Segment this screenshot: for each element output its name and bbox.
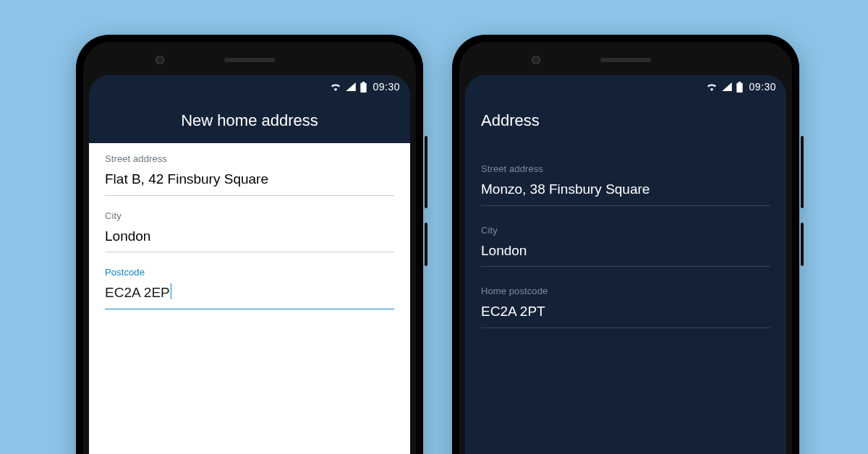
- field-label: Postcode: [105, 267, 394, 278]
- status-bar: 09:30: [465, 75, 786, 98]
- street-address-field[interactable]: Street address: [481, 163, 770, 206]
- phone-mockup-dark: 09:30 Address Street address City: [452, 35, 799, 454]
- wifi-icon: [706, 82, 718, 91]
- app-bar: Address: [465, 98, 786, 143]
- cell-signal-icon: [346, 82, 356, 91]
- battery-full-icon: [360, 82, 367, 93]
- device-earpiece: [600, 58, 651, 62]
- city-field[interactable]: City: [105, 210, 394, 253]
- street-address-input-control[interactable]: [105, 170, 394, 189]
- city-field[interactable]: City: [481, 225, 770, 267]
- postcode-input-value[interactable]: EC2A 2EP: [105, 285, 170, 300]
- cell-signal-icon: [722, 82, 732, 91]
- home-postcode-field[interactable]: Home postcode: [481, 286, 770, 328]
- field-label: Home postcode: [481, 286, 770, 296]
- app-bar-title: New home address: [181, 111, 318, 130]
- field-label: Street address: [481, 163, 770, 174]
- street-address-input-control[interactable]: [481, 180, 770, 200]
- status-time: 09:30: [373, 81, 400, 93]
- app-bar-title: Address: [481, 111, 540, 130]
- city-input: [481, 239, 770, 267]
- battery-full-icon: [736, 82, 743, 93]
- app-bar: New home address: [89, 98, 410, 143]
- city-input-control[interactable]: [105, 227, 394, 247]
- city-input: [105, 224, 394, 253]
- postcode-field[interactable]: Postcode EC2A 2EP: [105, 267, 394, 309]
- device-camera: [156, 56, 164, 64]
- device-earpiece: [224, 58, 275, 62]
- street-address-input: [105, 167, 394, 196]
- text-caret-icon: [171, 283, 172, 299]
- address-form: Street address City Postcode: [89, 143, 410, 454]
- address-form: Street address City Home postcode: [465, 143, 786, 454]
- street-address-input: [481, 177, 770, 206]
- wifi-icon: [330, 82, 341, 91]
- field-label: City: [105, 210, 394, 221]
- city-input-control[interactable]: [481, 241, 770, 261]
- home-postcode-input-control[interactable]: [481, 302, 770, 322]
- status-bar: 09:30: [89, 75, 410, 98]
- field-label: Street address: [105, 153, 394, 164]
- postcode-input: EC2A 2EP: [105, 280, 394, 309]
- status-time: 09:30: [749, 81, 776, 93]
- street-address-field[interactable]: Street address: [105, 153, 394, 196]
- field-label: City: [481, 225, 770, 236]
- device-camera: [532, 56, 540, 64]
- home-postcode-input: [481, 299, 770, 328]
- phone-mockup-light: 09:30 New home address Street address Ci…: [76, 35, 423, 454]
